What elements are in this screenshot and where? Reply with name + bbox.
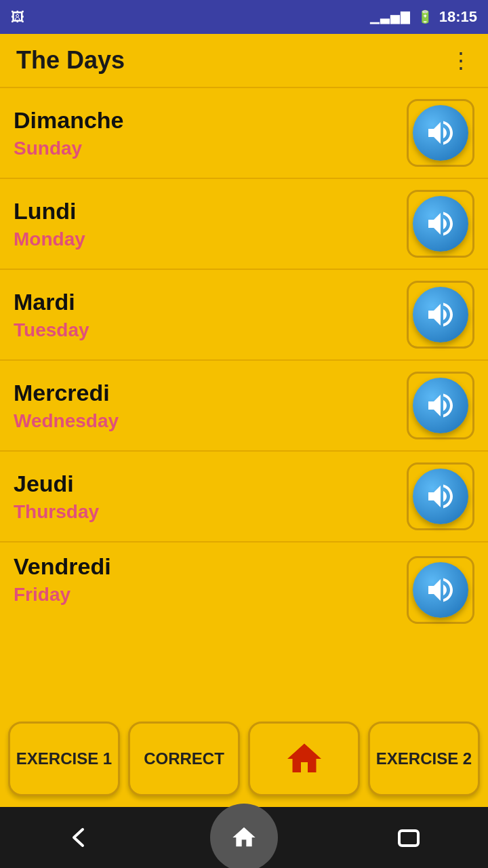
status-time: 18:15	[439, 8, 477, 26]
home-button[interactable]	[248, 722, 360, 796]
english-dimanche: Sunday	[14, 138, 124, 159]
french-lundi: Lundi	[14, 198, 85, 224]
list-item: Mercredi Wednesday	[0, 361, 488, 452]
speaker-icon	[424, 208, 457, 240]
list-item: Vendredi Friday	[0, 542, 488, 635]
correct-button[interactable]: CORRECT	[128, 722, 240, 796]
app-title: The Days	[16, 46, 125, 75]
sound-circle	[413, 469, 468, 524]
sound-button-dimanche[interactable]	[407, 99, 474, 167]
french-dimanche: Dimanche	[14, 107, 124, 134]
bottom-spacer	[0, 670, 488, 711]
home-nav-icon	[230, 824, 258, 851]
list-item: Dimanche Sunday	[0, 88, 488, 179]
house-icon	[284, 738, 325, 779]
speaker-icon	[424, 574, 457, 606]
main-content: Dimanche Sunday Lundi Monday	[0, 88, 488, 807]
speaker-icon	[424, 389, 457, 422]
english-mercredi: Wednesday	[14, 410, 119, 432]
list-item: Lundi Monday	[0, 179, 488, 270]
menu-button[interactable]: ⋮	[450, 47, 472, 73]
sound-button-jeudi[interactable]	[407, 462, 474, 530]
sound-button-lundi[interactable]	[407, 190, 474, 258]
english-lundi: Monday	[14, 229, 85, 250]
bottom-buttons: EXERCISE 1 CORRECT EXERCISE 2	[0, 711, 488, 807]
sound-circle	[413, 196, 468, 252]
english-vendredi: Friday	[14, 584, 111, 606]
speaker-icon	[424, 298, 457, 331]
day-text-mardi: Mardi Tuesday	[14, 289, 89, 341]
sound-button-mercredi[interactable]	[407, 372, 474, 439]
app-header: The Days ⋮	[0, 34, 488, 88]
french-jeudi: Jeudi	[14, 471, 99, 497]
exercise2-button[interactable]: EXERCISE 2	[368, 722, 480, 796]
back-arrow-icon	[66, 824, 93, 851]
sound-circle	[413, 105, 468, 161]
day-text-vendredi: Vendredi Friday	[14, 553, 111, 606]
signal-bars: ▁▃▅▇	[370, 9, 411, 24]
sound-circle	[413, 287, 468, 342]
day-text-jeudi: Jeudi Thursday	[14, 471, 99, 523]
recents-icon	[395, 824, 422, 851]
french-mardi: Mardi	[14, 289, 89, 315]
speaker-icon	[424, 480, 457, 513]
exercise1-button[interactable]: EXERCISE 1	[8, 722, 120, 796]
sound-circle	[413, 562, 468, 618]
battery-icon: 🔋	[418, 9, 432, 24]
sound-circle	[413, 378, 468, 433]
english-jeudi: Thursday	[14, 501, 99, 523]
day-text-mercredi: Mercredi Wednesday	[14, 380, 119, 432]
recents-button[interactable]	[382, 810, 436, 865]
back-button[interactable]	[52, 810, 106, 865]
status-bar: 🖼 ▁▃▅▇ 🔋 18:15	[0, 0, 488, 34]
list-item: Mardi Tuesday	[0, 270, 488, 361]
english-mardi: Tuesday	[14, 319, 89, 341]
day-text-lundi: Lundi Monday	[14, 198, 85, 250]
sound-button-vendredi[interactable]	[407, 556, 474, 624]
sound-button-mardi[interactable]	[407, 281, 474, 349]
french-mercredi: Mercredi	[14, 380, 119, 406]
status-left: 🖼	[11, 9, 24, 25]
list-item: Jeudi Thursday	[0, 452, 488, 542]
speaker-icon	[424, 117, 457, 149]
day-text-dimanche: Dimanche Sunday	[14, 107, 124, 159]
android-nav-bar	[0, 807, 488, 868]
svg-rect-0	[399, 831, 418, 846]
french-vendredi: Vendredi	[14, 553, 111, 580]
photo-icon: 🖼	[11, 9, 24, 24]
home-nav-button[interactable]	[210, 804, 278, 868]
days-list: Dimanche Sunday Lundi Monday	[0, 88, 488, 670]
